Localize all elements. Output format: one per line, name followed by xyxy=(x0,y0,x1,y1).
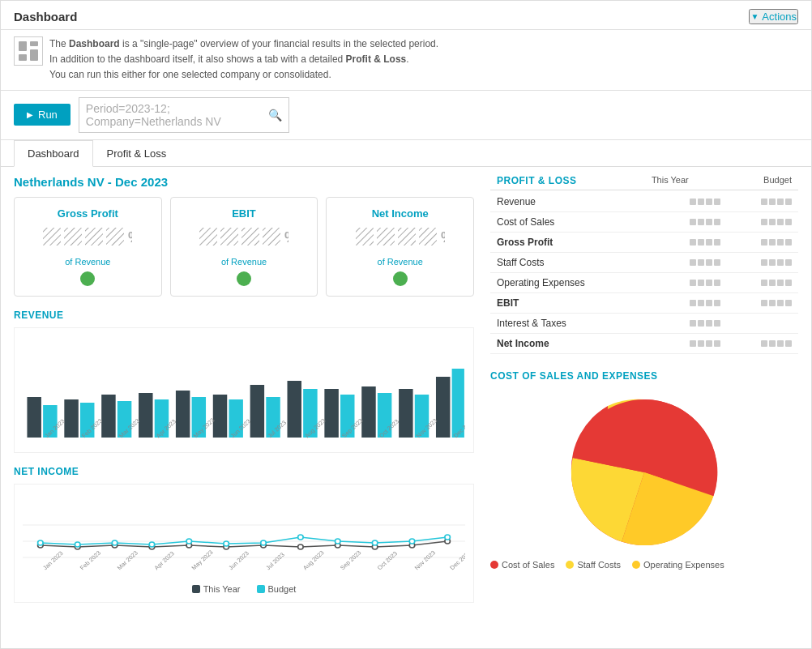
pl-val-cos-ty xyxy=(656,211,727,232)
legend-oe-dot xyxy=(632,561,640,569)
revenue-title: REVENUE xyxy=(14,310,474,321)
pl-row-cost-of-sales: Cost of Sales xyxy=(490,211,798,232)
svg-point-80 xyxy=(298,535,304,540)
svg-point-81 xyxy=(335,539,340,544)
pl-val-opex-ty xyxy=(656,272,727,292)
svg-rect-13 xyxy=(241,228,259,246)
tabs: Dashboard Profit & Loss xyxy=(1,140,811,167)
pl-row-staff-costs: Staff Costs xyxy=(490,252,798,272)
svg-text:May 2023: May 2023 xyxy=(190,549,214,571)
svg-rect-28 xyxy=(139,393,152,438)
svg-point-75 xyxy=(112,540,118,545)
svg-rect-40 xyxy=(361,386,375,438)
svg-rect-11 xyxy=(199,228,217,246)
kpi-ebit-label: EBIT xyxy=(181,207,308,220)
svg-rect-1 xyxy=(30,41,38,46)
svg-rect-3 xyxy=(30,49,38,61)
svg-text:Nov 2023: Nov 2023 xyxy=(412,549,437,570)
pl-label-ebit: EBIT xyxy=(490,292,656,313)
svg-rect-30 xyxy=(176,391,190,438)
pl-label-opex: Operating Expenses xyxy=(490,272,656,292)
tab-dashboard[interactable]: Dashboard xyxy=(14,140,93,167)
svg-text:Jan 2023: Jan 2023 xyxy=(41,549,65,570)
svg-point-82 xyxy=(372,540,378,545)
pie-section: COST OF SALES AND EXPENSES xyxy=(490,370,798,570)
description-section: The Dashboard is a "single-page" overvie… xyxy=(1,30,811,91)
tab-profit-loss[interactable]: Profit & Loss xyxy=(93,140,181,167)
pl-val-it-bud xyxy=(727,313,798,333)
pl-val-sc-ty xyxy=(656,252,727,272)
pl-row-gross-profit: Gross Profit xyxy=(490,232,798,252)
page: Dashboard Actions The Dashboard is a "si… xyxy=(0,0,812,649)
chart-legend: This Year Budget xyxy=(23,584,465,594)
svg-rect-20 xyxy=(419,228,437,246)
kpi-net-income-indicator xyxy=(393,271,408,286)
svg-text:Apr 2023: Apr 2023 xyxy=(152,549,176,570)
pl-val-ni-ty xyxy=(656,333,727,353)
svg-rect-38 xyxy=(324,389,338,438)
pl-label-net-income: Net Income xyxy=(490,333,656,353)
svg-text:Jun 2023: Jun 2023 xyxy=(227,549,250,570)
svg-rect-19 xyxy=(398,228,416,246)
pl-table: Revenue Cost of Sales Gross Profit xyxy=(490,192,798,354)
search-icon: 🔍 xyxy=(268,109,282,122)
pie-chart-rendered xyxy=(563,391,725,553)
left-panel: Netherlands NV - Dec 2023 Gross Profit % xyxy=(14,175,474,603)
svg-point-76 xyxy=(149,542,155,547)
filter-input[interactable]: Period=2023-12; Company=Netherlands NV 🔍 xyxy=(79,97,289,133)
legend-cost-of-sales: Cost of Sales xyxy=(490,560,554,570)
legend-cos-label: Cost of Sales xyxy=(502,560,554,570)
svg-rect-42 xyxy=(399,389,412,438)
run-button[interactable]: Run xyxy=(14,104,71,126)
net-income-title: NET INCOME xyxy=(14,466,474,477)
svg-rect-18 xyxy=(377,228,395,246)
svg-text:Sep 2023: Sep 2023 xyxy=(339,549,363,570)
svg-text:Dec 2023: Dec 2023 xyxy=(448,549,465,570)
svg-rect-34 xyxy=(250,385,264,438)
pl-val-sc-bud xyxy=(727,252,798,272)
pie-chart-container xyxy=(490,391,798,553)
pl-val-cos-bud xyxy=(727,211,798,232)
svg-rect-36 xyxy=(288,381,301,438)
pl-label-interest-taxes: Interest & Taxes xyxy=(490,313,656,333)
legend-budget: Budget xyxy=(257,584,297,594)
svg-text:Aug 2023: Aug 2023 xyxy=(301,549,326,570)
pl-val-ebit-ty xyxy=(656,292,727,313)
right-panel: PROFIT & LOSS This Year Budget Revenue C… xyxy=(490,175,798,603)
pl-label-cost-of-sales: Cost of Sales xyxy=(490,211,656,232)
legend-cos-dot xyxy=(490,561,498,569)
legend-sc-dot xyxy=(566,561,574,569)
revenue-chart: Jan 2023 Feb 2023 Mar 2023 Apr 2023 May … xyxy=(14,327,474,453)
kpi-net-income: Net Income % of Revenue xyxy=(326,197,474,297)
actions-button[interactable]: Actions xyxy=(749,9,798,24)
kpi-gross-profit: Gross Profit % of Revenue xyxy=(14,197,162,297)
svg-point-78 xyxy=(224,541,229,546)
kpi-ebit-value: % xyxy=(181,224,308,255)
pl-row-revenue: Revenue xyxy=(490,192,798,212)
svg-text:Mar 2023: Mar 2023 xyxy=(116,549,139,571)
pl-row-net-income: Net Income xyxy=(490,333,798,353)
pl-budget-header: Budget xyxy=(763,175,792,186)
legend-operating-expenses: Operating Expenses xyxy=(632,560,724,570)
pl-val-revenue-bud xyxy=(727,192,798,212)
legend-budget-dot xyxy=(257,585,265,593)
legend-this-year: This Year xyxy=(192,584,241,594)
revenue-bar-chart: Jan 2023 Feb 2023 Mar 2023 Apr 2023 May … xyxy=(23,336,465,442)
kpi-net-income-label: Net Income xyxy=(336,207,464,220)
svg-rect-12 xyxy=(220,228,238,246)
toolbar: Run Period=2023-12; Company=Netherlands … xyxy=(1,91,811,140)
kpi-cards: Gross Profit % of Revenue xyxy=(14,197,474,297)
pl-val-ebit-bud xyxy=(727,292,798,313)
pl-label-gross-profit: Gross Profit xyxy=(490,232,656,252)
kpi-gross-profit-label: Gross Profit xyxy=(24,207,152,220)
svg-rect-5 xyxy=(43,228,61,246)
svg-rect-14 xyxy=(263,228,280,246)
legend-sc-label: Staff Costs xyxy=(577,560,621,570)
dashboard-icon xyxy=(14,36,43,66)
net-income-line-chart: Jan 2023 Feb 2023 Mar 2023 Apr 2023 May … xyxy=(23,493,465,574)
pl-label-staff-costs: Staff Costs xyxy=(490,252,656,272)
kpi-ebit-indicator xyxy=(237,271,251,286)
svg-rect-32 xyxy=(213,395,227,438)
legend-this-year-dot xyxy=(192,585,200,593)
svg-point-73 xyxy=(38,540,44,545)
